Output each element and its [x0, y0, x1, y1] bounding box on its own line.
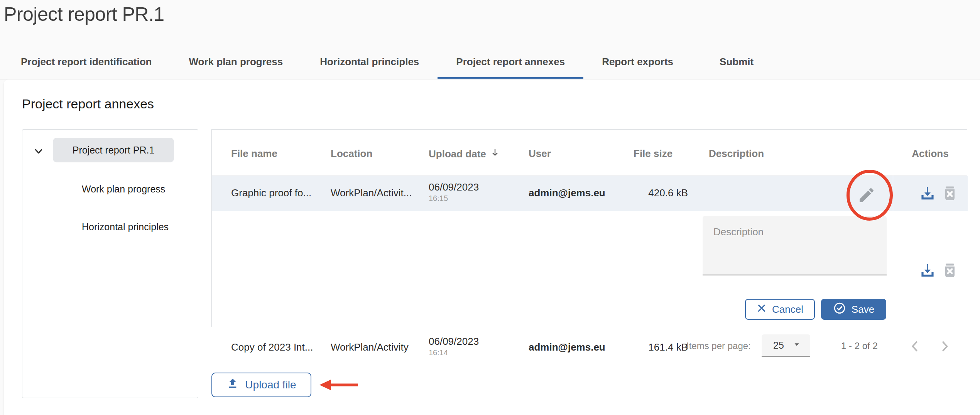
check-circle-icon: [833, 302, 846, 317]
caret-down-icon: [792, 340, 801, 350]
cancel-button[interactable]: Cancel: [745, 299, 815, 320]
column-header-description: Description: [709, 148, 764, 160]
cell-location: WorkPlan/Activity: [331, 341, 409, 353]
x-icon: [757, 303, 767, 316]
section-heading: Project report annexes: [22, 96, 154, 111]
cell-user: admin@jems.eu: [529, 187, 605, 199]
cell-file-name: Graphic proof fo...: [231, 187, 311, 199]
previous-page-icon[interactable]: [906, 338, 923, 355]
page-title: Project report PR.1: [4, 3, 164, 25]
column-header-location: Location: [331, 148, 372, 160]
cell-file-size: 420.6 kB: [613, 187, 688, 199]
tab-submit[interactable]: Submit: [692, 56, 781, 79]
cell-location: WorkPlan/Activit...: [331, 187, 412, 199]
save-button[interactable]: Save: [821, 299, 886, 320]
description-input[interactable]: [703, 216, 887, 275]
column-header-upload-date[interactable]: Upload date: [429, 148, 500, 160]
upload-time: 16:15: [429, 194, 479, 203]
tree-item-horizontal-principles[interactable]: Horizontal principles: [82, 221, 169, 233]
cell-file-name: Copy of 2023 Int...: [231, 341, 313, 353]
tab-work-plan-progress[interactable]: Work plan progress: [171, 56, 302, 79]
upload-date: 06/09/2023: [429, 181, 479, 193]
tab-horizontal-principles[interactable]: Horizontal principles: [301, 56, 438, 79]
cell-upload-date: 06/09/2023 16:15: [429, 181, 479, 203]
tab-report-exports[interactable]: Report exports: [583, 56, 692, 79]
column-header-user: User: [529, 148, 551, 160]
page-size-select[interactable]: 25: [762, 334, 810, 357]
next-page-icon[interactable]: [936, 338, 953, 355]
tree-item-project-report[interactable]: Project report PR.1: [53, 138, 174, 162]
upload-file-button[interactable]: Upload file: [211, 373, 311, 397]
tree-item-label: Project report PR.1: [73, 145, 155, 156]
download-file-icon[interactable]: [918, 184, 937, 202]
column-header-upload-date-label: Upload date: [429, 148, 486, 160]
delete-file-icon[interactable]: [941, 261, 959, 280]
tab-bar: Project report identification Work plan …: [2, 50, 781, 79]
edit-description-icon[interactable]: [857, 186, 876, 204]
save-button-label: Save: [852, 304, 874, 315]
cell-user: admin@jems.eu: [529, 341, 605, 353]
upload-icon: [226, 378, 239, 393]
annotation-red-arrow: [319, 377, 360, 393]
column-header-file-size: File size: [634, 148, 672, 160]
annex-tree-panel: Project report PR.1 Work plan progress H…: [22, 129, 198, 398]
items-per-page-label: Items per page:: [686, 341, 751, 351]
tab-project-report-annexes[interactable]: Project report annexes: [438, 56, 583, 79]
actions-column-divider: [893, 130, 893, 326]
cancel-button-label: Cancel: [772, 304, 803, 315]
annex-file-table: File name Location Upload date User File…: [211, 129, 967, 327]
cell-file-size: 161.4 kB: [613, 341, 688, 353]
cell-upload-date: 06/09/2023 16:14: [429, 336, 479, 357]
tab-project-report-identification[interactable]: Project report identification: [2, 56, 171, 79]
chevron-down-icon[interactable]: [33, 145, 44, 157]
upload-file-button-label: Upload file: [245, 379, 296, 391]
delete-file-icon[interactable]: [941, 184, 959, 202]
pagination-range-label: 1 - 2 of 2: [841, 341, 878, 351]
table-row: Graphic proof fo... WorkPlan/Activit... …: [212, 176, 968, 211]
sort-desc-icon: [490, 148, 500, 160]
column-header-file-name: File name: [231, 148, 277, 160]
column-header-actions: Actions: [893, 148, 968, 160]
upload-date: 06/09/2023: [429, 336, 479, 348]
upload-time: 16:14: [429, 348, 479, 357]
page-size-value: 25: [773, 340, 784, 351]
download-file-icon[interactable]: [918, 261, 937, 280]
tree-item-work-plan-progress[interactable]: Work plan progress: [82, 184, 165, 195]
content-card: Project report annexes Project report PR…: [4, 79, 980, 415]
